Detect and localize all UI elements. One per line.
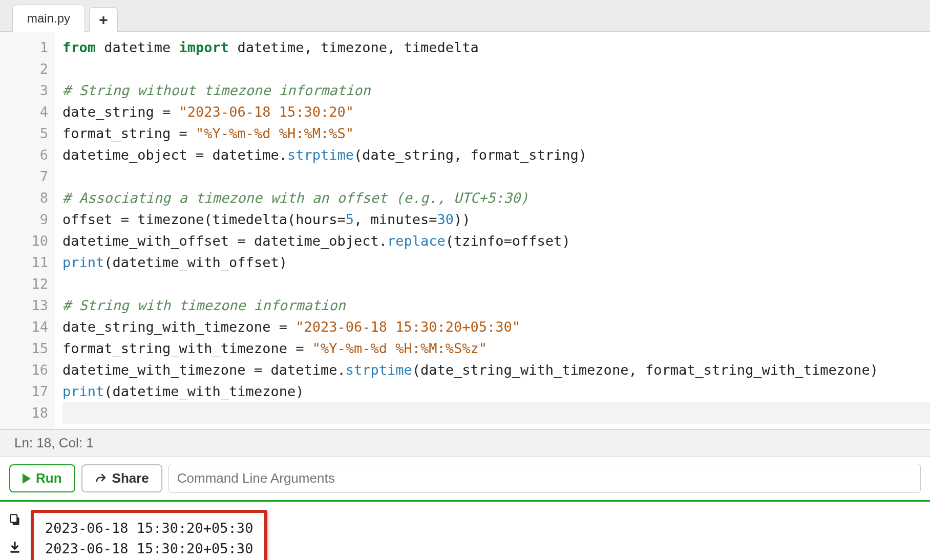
share-icon [95, 472, 107, 485]
svg-rect-1 [10, 514, 17, 522]
code-line: # Associating a timezone with an offset … [62, 187, 930, 209]
code-line: print(datetime_with_offset) [62, 252, 930, 273]
code-line: datetime_object = datetime.strptime(date… [62, 144, 930, 166]
download-icon[interactable] [8, 541, 22, 554]
line-number: 17 [0, 381, 48, 402]
line-number: 5 [0, 123, 48, 144]
output-line: 2023-06-18 15:30:20+05:30 [45, 539, 253, 559]
line-number-gutter: 123456789101112131415161718 [0, 32, 55, 429]
line-number: 10 [0, 230, 48, 252]
run-button[interactable]: Run [9, 464, 75, 492]
code-line: datetime_with_timezone = datetime.strpti… [62, 359, 930, 381]
line-number: 18 [0, 402, 48, 424]
action-toolbar: Run Share [0, 457, 930, 502]
line-number: 1 [0, 37, 48, 58]
svg-rect-2 [10, 551, 19, 553]
line-number: 13 [0, 295, 48, 316]
editor-status-bar: Ln: 18, Col: 1 [0, 429, 930, 457]
code-line: print(datetime_with_timezone) [62, 381, 930, 402]
line-number: 12 [0, 273, 48, 295]
play-icon [23, 473, 31, 484]
code-line [62, 166, 930, 187]
output-panel: 2023-06-18 15:30:20+05:302023-06-18 15:3… [0, 502, 930, 560]
code-line: format_string = "%Y-%m-%d %H:%M:%S" [62, 123, 930, 144]
line-number: 15 [0, 338, 48, 359]
tab-bar: main.py + [0, 0, 930, 32]
line-number: 4 [0, 101, 48, 123]
line-number: 11 [0, 252, 48, 273]
line-number: 9 [0, 209, 48, 230]
line-number: 7 [0, 166, 48, 187]
line-number: 14 [0, 316, 48, 338]
code-line [62, 58, 930, 80]
code-line: format_string_with_timezone = "%Y-%m-%d … [62, 338, 930, 359]
line-number: 16 [0, 359, 48, 381]
share-button-label: Share [112, 470, 149, 486]
output-line: 2023-06-18 15:30:20+05:30 [45, 518, 253, 539]
line-number: 6 [0, 144, 48, 166]
code-line [62, 402, 930, 424]
code-area[interactable]: from datetime import datetime, timezone,… [55, 32, 930, 429]
code-line [62, 273, 930, 295]
line-number: 8 [0, 187, 48, 209]
code-editor[interactable]: 123456789101112131415161718 from datetim… [0, 32, 930, 429]
copy-icon[interactable] [8, 513, 22, 526]
line-number: 2 [0, 58, 48, 80]
code-line: # String without timezone information [62, 80, 930, 101]
output-action-icons [8, 510, 22, 554]
code-line: # String with timezone information [62, 295, 930, 316]
code-line: date_string = "2023-06-18 15:30:20" [62, 101, 930, 123]
cli-args-input[interactable] [168, 464, 921, 493]
code-line: offset = timezone(timedelta(hours=5, min… [62, 209, 930, 230]
file-tab-active[interactable]: main.py [12, 5, 85, 32]
output-text: 2023-06-18 15:30:20+05:302023-06-18 15:3… [31, 510, 267, 560]
code-line: datetime_with_offset = datetime_object.r… [62, 230, 930, 252]
new-tab-button[interactable]: + [89, 7, 118, 32]
code-line: date_string_with_timezone = "2023-06-18 … [62, 316, 930, 338]
run-button-label: Run [36, 470, 62, 486]
share-button[interactable]: Share [81, 464, 162, 492]
code-line: from datetime import datetime, timezone,… [62, 37, 930, 58]
line-number: 3 [0, 80, 48, 101]
